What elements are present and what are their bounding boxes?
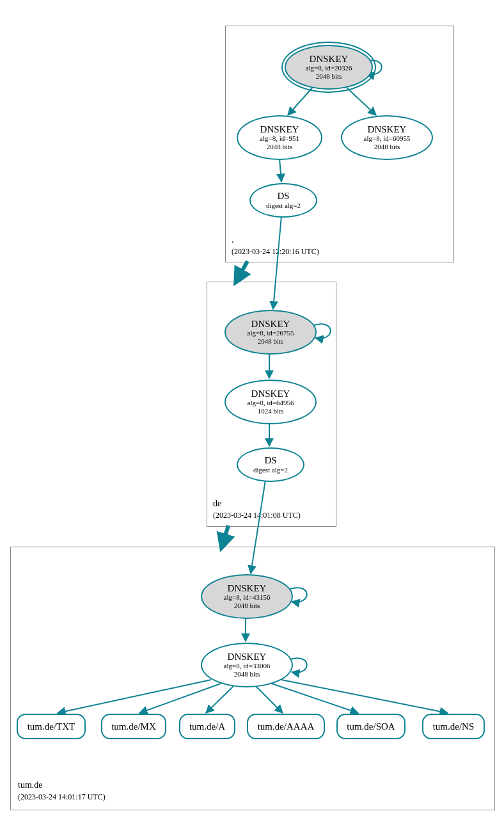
rrset-aaaa: tum.de/AAAA — [247, 714, 325, 739]
node-tum-ksk: DNSKEY alg=8, id=43156 2048 bits — [201, 574, 293, 619]
node-root-ds: DS digest alg=2 — [249, 183, 317, 218]
node-sub2: 2048 bits — [234, 670, 260, 678]
node-de-ds: DS digest alg=2 — [237, 447, 304, 482]
node-sub1: digest alg=2 — [266, 202, 301, 210]
rrset-txt: tum.de/TXT — [17, 714, 86, 739]
node-root-zsk1: DNSKEY alg=8, id=951 2048 bits — [237, 115, 322, 160]
node-title: DNSKEY — [228, 583, 267, 594]
node-sub2: 2048 bits — [234, 602, 260, 610]
node-sub2: 2048 bits — [267, 143, 293, 151]
node-title: DNSKEY — [260, 124, 299, 135]
node-sub1: alg=8, id=33006 — [224, 662, 271, 670]
node-tum-zsk: DNSKEY alg=8, id=33006 2048 bits — [201, 643, 293, 687]
node-sub1: digest alg=2 — [253, 466, 288, 474]
node-sub1: alg=8, id=951 — [260, 134, 299, 143]
zone-timestamp: (2023-03-24 12:20:16 UTC) — [232, 247, 319, 256]
zone-label-tumde: tum.de (2023-03-24 14:01:17 UTC) — [18, 780, 106, 803]
rrset-label: tum.de/NS — [433, 721, 475, 732]
node-de-zsk: DNSKEY alg=8, id=64956 1024 bits — [224, 380, 317, 424]
node-de-ksk: DNSKEY alg=8, id=26755 2048 bits — [224, 310, 317, 355]
rrset-soa: tum.de/SOA — [336, 714, 406, 739]
zone-name: tum.de — [18, 780, 43, 790]
node-root-ksk: DNSKEY alg=8, id=20326 2048 bits — [285, 45, 373, 90]
zone-name: . — [232, 235, 234, 245]
node-title: DNSKEY — [251, 319, 290, 330]
zone-label-de: de (2023-03-24 14:01:08 UTC) — [213, 498, 301, 521]
node-title: DS — [264, 455, 276, 466]
node-sub2: 1024 bits — [258, 407, 284, 415]
rrset-label: tum.de/AAAA — [258, 721, 315, 732]
node-sub1: alg=8, id=26755 — [248, 329, 294, 337]
zone-label-root: . (2023-03-24 12:20:16 UTC) — [232, 234, 319, 257]
rrset-ns: tum.de/NS — [422, 714, 485, 739]
node-sub1: alg=8, id=43156 — [224, 593, 271, 602]
node-title: DNSKEY — [251, 389, 290, 399]
node-title: DNSKEY — [368, 124, 407, 135]
zone-timestamp: (2023-03-24 14:01:08 UTC) — [213, 511, 301, 520]
node-sub2: 2048 bits — [374, 143, 400, 151]
node-title: DNSKEY — [228, 652, 267, 662]
rrset-label: tum.de/MX — [111, 721, 156, 732]
rrset-a: tum.de/A — [179, 714, 235, 739]
node-title: DNSKEY — [310, 54, 349, 65]
node-sub1: alg=8, id=60955 — [364, 134, 411, 143]
node-sub2: 2048 bits — [316, 72, 342, 81]
rrset-label: tum.de/SOA — [347, 721, 395, 732]
node-sub1: alg=8, id=20326 — [306, 64, 352, 72]
node-sub2: 2048 bits — [258, 337, 284, 346]
rrset-label: tum.de/A — [189, 721, 225, 732]
rrset-label: tum.de/TXT — [28, 721, 75, 732]
zone-timestamp: (2023-03-24 14:01:17 UTC) — [18, 792, 106, 801]
zone-name: de — [213, 499, 221, 508]
rrset-mx: tum.de/MX — [101, 714, 166, 739]
node-title: DS — [277, 191, 289, 202]
node-sub1: alg=8, id=64956 — [248, 399, 294, 407]
node-root-zsk2: DNSKEY alg=8, id=60955 2048 bits — [341, 115, 433, 160]
